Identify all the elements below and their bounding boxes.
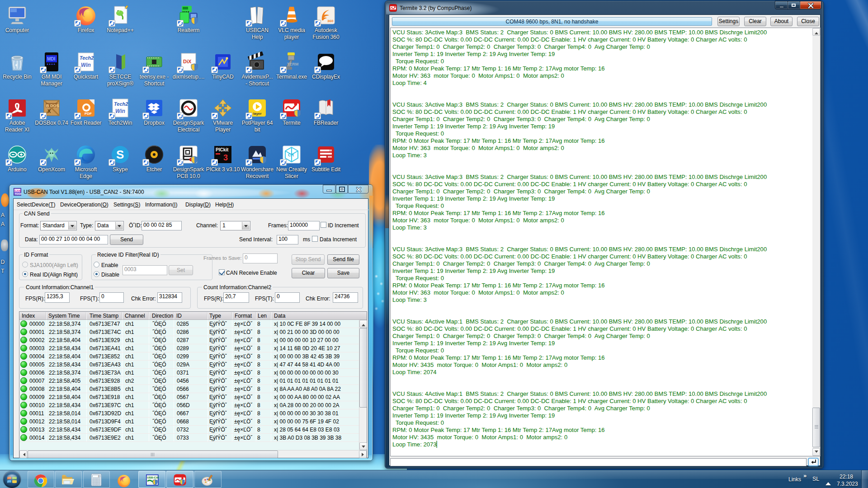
svg-text:X: X bbox=[47, 108, 51, 114]
svg-text:Tech2: Tech2 bbox=[80, 55, 94, 61]
svg-text:TOOL: TOOL bbox=[15, 192, 22, 195]
svg-text:Win: Win bbox=[81, 62, 91, 68]
svg-text:layer: layer bbox=[253, 112, 262, 116]
svg-text:PDF: PDF bbox=[85, 112, 92, 116]
svg-text:PICkit: PICkit bbox=[216, 147, 229, 152]
svg-text:CR: CR bbox=[288, 153, 294, 157]
svg-text:B DOS: B DOS bbox=[46, 103, 59, 108]
svg-text:S: S bbox=[116, 148, 124, 161]
svg-text:MDI: MDI bbox=[47, 56, 56, 61]
svg-text:Tech2: Tech2 bbox=[114, 101, 128, 107]
svg-text:DiX: DiX bbox=[183, 59, 192, 64]
svg-text:0: 0 bbox=[98, 475, 99, 478]
svg-text:CAN: CAN bbox=[15, 189, 21, 192]
svg-text:Win: Win bbox=[115, 108, 125, 114]
svg-text:3: 3 bbox=[223, 153, 228, 162]
svg-text:USB-CAN: USB-CAN bbox=[147, 476, 159, 479]
svg-text:TERM: TERM bbox=[287, 62, 299, 66]
svg-text:360: 360 bbox=[327, 19, 334, 23]
